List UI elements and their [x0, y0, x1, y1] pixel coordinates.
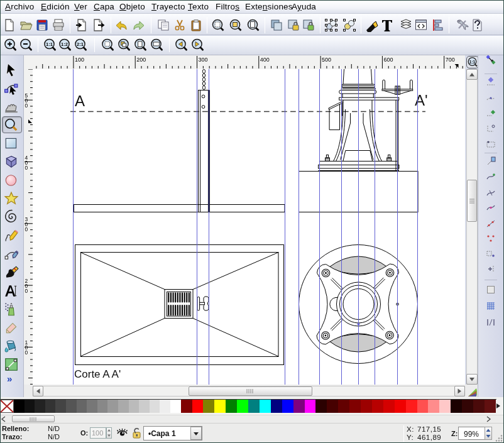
svg-text:1:1: 1:1	[469, 60, 476, 64]
svg-text:500: 500	[322, 57, 331, 63]
svg-text:0: 0	[25, 226, 28, 232]
svg-text:0: 0	[25, 288, 28, 294]
svg-text:100: 100	[75, 57, 84, 63]
svg-text:A': A'	[415, 92, 428, 109]
svg-text:0: 0	[25, 102, 28, 109]
svg-text:Corte A A': Corte A A'	[74, 368, 121, 380]
svg-text:2:1: 2:1	[77, 41, 84, 47]
svg-text:1:2: 1:2	[61, 41, 68, 47]
svg-text:200: 200	[136, 57, 146, 63]
svg-text:600: 600	[383, 57, 393, 63]
svg-text:A: A	[75, 92, 85, 109]
svg-text:1:1: 1:1	[46, 41, 53, 47]
svg-text:0: 0	[25, 349, 28, 356]
svg-text:400: 400	[260, 57, 270, 63]
svg-text:0: 0	[25, 165, 28, 171]
svg-text:300: 300	[199, 57, 208, 63]
svg-text:700: 700	[446, 57, 455, 63]
